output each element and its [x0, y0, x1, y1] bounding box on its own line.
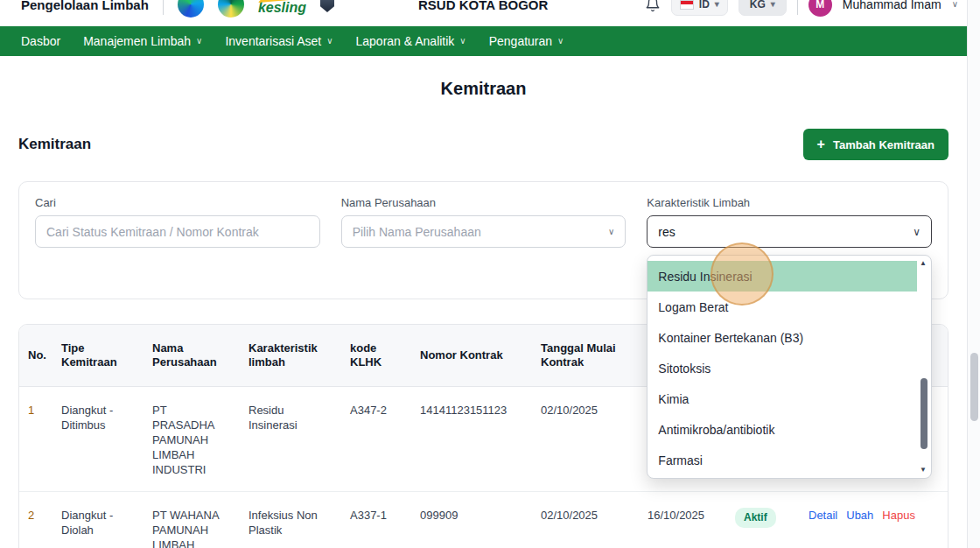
search-label: Cari	[35, 196, 320, 209]
section-head: Kemitraan + Tambah Kemitraan	[18, 129, 948, 160]
divider	[797, 0, 798, 15]
dropdown-option-farmasi[interactable]: Farmasi	[648, 445, 917, 475]
column-header-tanggal-mulai-kontrak: Tanggal Mulai Kontrak	[532, 325, 639, 387]
page-title: Kemitraan	[18, 79, 948, 99]
unit-code: KG	[750, 0, 766, 11]
dropdown-option-logam-berat[interactable]: Logam Berat	[648, 292, 917, 322]
search-field: Cari	[35, 196, 320, 248]
nav-item-dasbor[interactable]: Dasbor	[21, 34, 60, 48]
user-initial: M	[816, 0, 824, 11]
column-header-nomor-kontrak: Nomor Kontrak	[411, 325, 532, 387]
chevron-down-icon: ∨	[196, 36, 202, 46]
partner-logo-1	[178, 0, 204, 18]
search-input[interactable]	[35, 215, 320, 248]
hapus-action-link[interactable]: Hapus	[882, 509, 915, 522]
cell-tipe: Diangkut - Ditimbus	[52, 387, 144, 492]
chevron-down-icon: ∨	[326, 36, 332, 46]
company-label: Nama Perusahaan	[341, 196, 626, 209]
dropdown-scrollbar-thumb[interactable]	[920, 378, 928, 449]
cell-karakteristik: Residu Insinerasi	[240, 387, 341, 492]
characteristic-field: Karakteristik Limbah res ∨ Residu Insine…	[647, 196, 932, 248]
caret-down-icon: ▾	[715, 0, 719, 9]
characteristic-label: Karakteristik Limbah	[647, 196, 932, 209]
cell-kode: A347-2	[341, 387, 411, 492]
column-header-no: No.	[19, 325, 52, 387]
plus-icon: +	[817, 137, 825, 151]
dropdown-option-antimikroba-antibiotik[interactable]: Antimikroba/antibiotik	[648, 414, 917, 445]
dropdown-option-residu-insinerasi[interactable]: Residu Insinerasi	[648, 261, 917, 292]
column-header-tipe-kemitraan: Tipe Kemitraan	[52, 325, 144, 387]
add-kemitraan-button-label: Tambah Kemitraan	[833, 138, 934, 151]
nav-item-label: Laporan & Analitik	[356, 34, 455, 48]
dropdown-options: Residu InsinerasiLogam BeratKontainer Be…	[648, 261, 931, 475]
cell-tipe: Diangkut - Diolah	[52, 492, 144, 548]
company-select-placeholder: Pilih Nama Perusahaan	[353, 225, 481, 239]
page-scrollbar[interactable]	[967, 0, 980, 548]
status-badge: Aktif	[735, 508, 776, 528]
cell-nama: PT WAHANA PAMUNAH LIMBAH INDUSTRI	[144, 492, 240, 548]
dropdown-option-sitotoksis[interactable]: Sitotoksis	[648, 353, 917, 383]
detail-action-link[interactable]: Detail	[808, 509, 837, 522]
cell-mulai: 02/10/2025	[532, 387, 639, 492]
notification-bell-icon[interactable]	[645, 0, 661, 12]
column-header-karakteristik-limbah: Karakteristik limbah	[240, 325, 341, 387]
nav-item-label: Inventarisasi Aset	[225, 34, 321, 48]
partner-logo-2	[218, 0, 244, 18]
user-avatar[interactable]: M	[808, 0, 832, 17]
user-name: Muhammad Imam	[843, 0, 942, 11]
hospital-emblem-icon	[320, 0, 334, 12]
dropdown-option-kimia[interactable]: Kimia	[648, 383, 917, 414]
cell-mulai: 02/10/2025	[532, 492, 639, 548]
nav-item-inventarisasi-aset[interactable]: Inventarisasi Aset∨	[225, 34, 332, 48]
cell-nomor: 14141123151123	[411, 387, 532, 492]
cell-karakteristik: Infeksius Non Plastik	[240, 492, 341, 548]
cell-no: 1	[19, 387, 52, 492]
nav-item-label: Dasbor	[21, 34, 60, 48]
caret-down-icon: ▾	[771, 0, 775, 9]
chevron-down-icon: ∨	[459, 36, 466, 46]
page: Pengelolaan Limbah kesling RSUD KOTA BOG…	[0, 0, 967, 548]
column-header-nama-perusahaan: Nama Perusahaan	[144, 325, 240, 387]
org-name: RSUD KOTA BOGOR	[418, 0, 548, 12]
kesling-logo-text: kesling	[258, 1, 306, 14]
indonesia-flag-icon	[680, 0, 694, 10]
topbar: Pengelolaan Limbah kesling RSUD KOTA BOG…	[0, 0, 967, 26]
characteristic-value: res	[658, 225, 675, 239]
cell-nama: PT PRASADHA PAMUNAH LIMBAH INDUSTRI	[144, 387, 240, 492]
characteristic-dropdown: Residu InsinerasiLogam BeratKontainer Be…	[647, 255, 932, 479]
ubah-action-link[interactable]: Ubah	[846, 509, 873, 522]
table-row: 2Diangkut - DiolahPT WAHANA PAMUNAH LIMB…	[19, 492, 948, 548]
user-menu-chevron-icon[interactable]: ∨	[952, 0, 958, 9]
cell-kode: A337-1	[341, 492, 411, 548]
main-nav: DasborManajemen Limbah∨Inventarisasi Ase…	[0, 26, 967, 56]
nav-item-pengaturan[interactable]: Pengaturan∨	[489, 34, 564, 48]
chevron-down-icon: ∨	[608, 228, 614, 236]
kesling-logo: kesling	[258, 0, 306, 14]
divider	[163, 0, 164, 15]
language-selector[interactable]: ID ▾	[671, 0, 728, 16]
column-header-kode-klhk: kode KLHK	[341, 325, 411, 387]
app-title: Pengelolaan Limbah	[21, 0, 149, 12]
unit-selector[interactable]: KG ▾	[738, 0, 787, 16]
company-select[interactable]: Pilih Nama Perusahaan ∨	[341, 215, 626, 248]
characteristic-combobox[interactable]: res ∨	[647, 215, 932, 248]
section-title: Kemitraan	[18, 136, 91, 153]
page-scrollbar-thumb[interactable]	[970, 353, 978, 421]
chevron-down-icon: ∨	[557, 36, 564, 46]
main-content: Kemitraan Kemitraan + Tambah Kemitraan C…	[0, 79, 967, 548]
company-field: Nama Perusahaan Pilih Nama Perusahaan ∨	[341, 196, 626, 248]
topbar-content: Pengelolaan Limbah kesling RSUD KOTA BOG…	[0, 0, 967, 26]
nav-item-laporan-analitik[interactable]: Laporan & Analitik∨	[356, 34, 466, 48]
add-kemitraan-button[interactable]: + Tambah Kemitraan	[803, 129, 948, 160]
scroll-up-icon[interactable]: ▲	[918, 260, 928, 267]
topbar-right: ID ▾ KG ▾ M Muhammad Imam ∨	[645, 0, 958, 17]
cell-nomor: 099909	[411, 492, 532, 548]
nav-item-label: Pengaturan	[489, 34, 552, 48]
dropdown-option-kontainer-bertekanan-b3[interactable]: Kontainer Bertekanan (B3)	[648, 322, 917, 353]
scroll-down-icon[interactable]: ▼	[918, 467, 928, 474]
nav-item-label: Manajemen Limbah	[83, 34, 191, 48]
chevron-down-icon: ∨	[913, 227, 920, 237]
filter-card: Cari Nama Perusahaan Pilih Nama Perusaha…	[18, 181, 948, 299]
cell-akhir: 16/10/2025	[639, 492, 726, 548]
nav-item-manajemen-limbah[interactable]: Manajemen Limbah∨	[83, 34, 202, 48]
